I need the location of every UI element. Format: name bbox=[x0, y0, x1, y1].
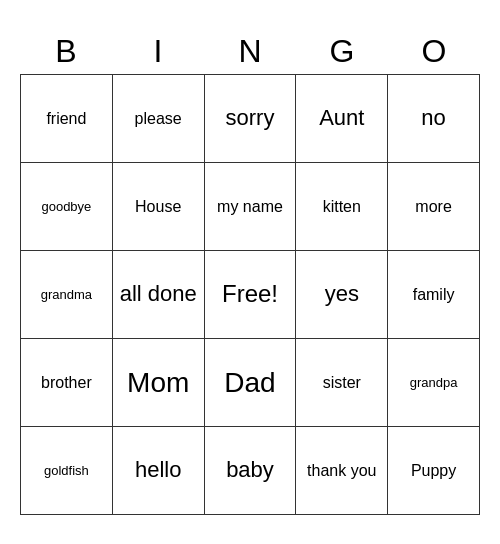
bingo-cell-1-2: my name bbox=[205, 163, 297, 251]
bingo-cell-3-2: Dad bbox=[205, 339, 297, 427]
bingo-cell-3-4: grandpa bbox=[388, 339, 480, 427]
bingo-header: BINGO bbox=[20, 29, 480, 74]
bingo-grid: friendpleasesorryAuntnogoodbyeHousemy na… bbox=[20, 74, 480, 515]
bingo-cell-1-4: more bbox=[388, 163, 480, 251]
bingo-cell-0-3: Aunt bbox=[296, 75, 388, 163]
bingo-cell-4-4: Puppy bbox=[388, 427, 480, 515]
header-letter-B: B bbox=[20, 29, 112, 74]
bingo-card: BINGO friendpleasesorryAuntnogoodbyeHous… bbox=[10, 19, 490, 525]
bingo-row-2: grandmaall doneFree!yesfamily bbox=[21, 251, 480, 339]
bingo-row-4: goldfishhellobabythank youPuppy bbox=[21, 427, 480, 515]
header-letter-I: I bbox=[112, 29, 204, 74]
bingo-cell-2-3: yes bbox=[296, 251, 388, 339]
header-letter-N: N bbox=[204, 29, 296, 74]
bingo-row-0: friendpleasesorryAuntno bbox=[21, 75, 480, 163]
bingo-cell-4-2: baby bbox=[205, 427, 297, 515]
bingo-cell-0-4: no bbox=[388, 75, 480, 163]
bingo-cell-2-0: grandma bbox=[21, 251, 113, 339]
bingo-row-1: goodbyeHousemy namekittenmore bbox=[21, 163, 480, 251]
bingo-cell-4-3: thank you bbox=[296, 427, 388, 515]
bingo-cell-4-1: hello bbox=[113, 427, 205, 515]
bingo-row-3: brotherMomDadsistergrandpa bbox=[21, 339, 480, 427]
bingo-cell-2-2: Free! bbox=[205, 251, 297, 339]
bingo-cell-0-1: please bbox=[113, 75, 205, 163]
bingo-cell-1-3: kitten bbox=[296, 163, 388, 251]
bingo-cell-4-0: goldfish bbox=[21, 427, 113, 515]
bingo-cell-3-1: Mom bbox=[113, 339, 205, 427]
bingo-cell-2-1: all done bbox=[113, 251, 205, 339]
bingo-cell-1-0: goodbye bbox=[21, 163, 113, 251]
header-letter-G: G bbox=[296, 29, 388, 74]
header-letter-O: O bbox=[388, 29, 480, 74]
bingo-cell-0-0: friend bbox=[21, 75, 113, 163]
bingo-cell-3-0: brother bbox=[21, 339, 113, 427]
bingo-cell-0-2: sorry bbox=[205, 75, 297, 163]
bingo-cell-1-1: House bbox=[113, 163, 205, 251]
bingo-cell-3-3: sister bbox=[296, 339, 388, 427]
bingo-cell-2-4: family bbox=[388, 251, 480, 339]
